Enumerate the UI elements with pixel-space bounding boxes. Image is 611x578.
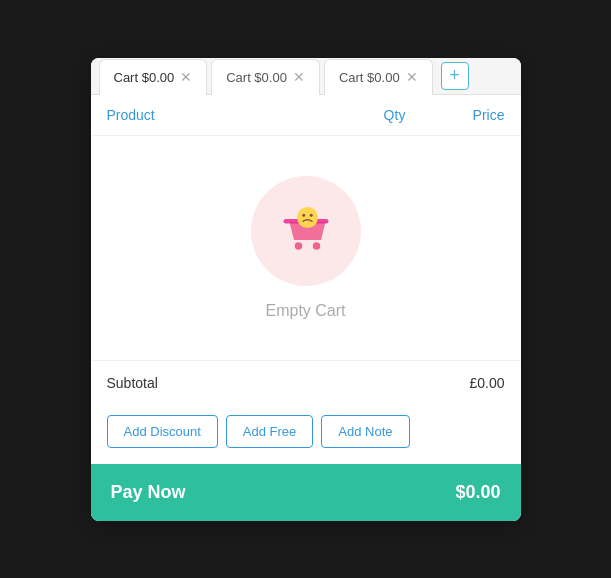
- pay-now-amount: $0.00: [455, 482, 500, 503]
- subtotal-label: Subtotal: [107, 375, 158, 391]
- action-buttons-row: Add Discount Add Free Add Note: [91, 405, 521, 464]
- empty-cart-svg: [276, 201, 336, 261]
- qty-column-header: Qty: [355, 107, 435, 123]
- svg-point-2: [312, 242, 320, 250]
- tab-bar: Cart $0.00 ✕ Cart $0.00 ✕ Cart $0.00 ✕ +: [91, 58, 521, 95]
- plus-icon: +: [449, 65, 460, 86]
- tab-1[interactable]: Cart $0.00 ✕: [99, 59, 208, 95]
- empty-cart-label: Empty Cart: [265, 302, 345, 320]
- svg-point-4: [302, 213, 305, 216]
- tab-3-close-icon[interactable]: ✕: [406, 70, 418, 84]
- subtotal-value: £0.00: [469, 375, 504, 391]
- add-note-button[interactable]: Add Note: [321, 415, 409, 448]
- tab-3[interactable]: Cart $0.00 ✕: [324, 59, 433, 95]
- pay-now-label: Pay Now: [111, 482, 186, 503]
- pos-container: Cart $0.00 ✕ Cart $0.00 ✕ Cart $0.00 ✕ +…: [91, 58, 521, 521]
- tab-2-label: Cart $0.00: [226, 70, 287, 85]
- svg-point-1: [294, 242, 302, 250]
- pay-now-bar[interactable]: Pay Now $0.00: [91, 464, 521, 521]
- tab-1-label: Cart $0.00: [114, 70, 175, 85]
- cart-body: Empty Cart: [91, 136, 521, 360]
- tab-3-label: Cart $0.00: [339, 70, 400, 85]
- price-column-header: Price: [435, 107, 505, 123]
- tab-2-close-icon[interactable]: ✕: [293, 70, 305, 84]
- add-free-button[interactable]: Add Free: [226, 415, 313, 448]
- add-discount-button[interactable]: Add Discount: [107, 415, 218, 448]
- tab-2[interactable]: Cart $0.00 ✕: [211, 59, 320, 95]
- svg-point-5: [309, 213, 312, 216]
- column-headers: Product Qty Price: [91, 95, 521, 136]
- tab-1-close-icon[interactable]: ✕: [180, 70, 192, 84]
- subtotal-row: Subtotal £0.00: [91, 360, 521, 405]
- product-column-header: Product: [107, 107, 355, 123]
- svg-point-3: [297, 207, 318, 228]
- add-tab-button[interactable]: +: [441, 62, 469, 90]
- empty-cart-icon-container: [251, 176, 361, 286]
